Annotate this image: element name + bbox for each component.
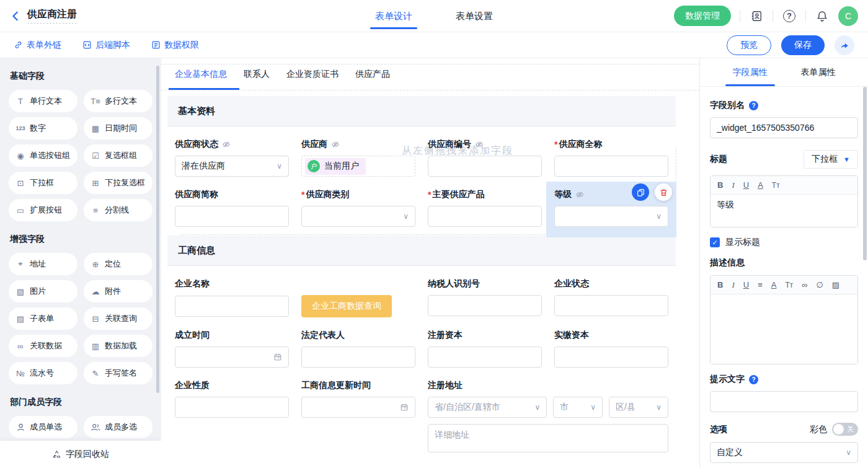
title-editor-content[interactable]: 等级	[711, 195, 857, 227]
date-input[interactable]	[308, 402, 400, 412]
field-item-divider[interactable]: ≡分割线	[84, 199, 153, 221]
field-item-linked-query[interactable]: ⊟关联查询	[84, 307, 153, 330]
text-input[interactable]	[308, 352, 409, 362]
field-input[interactable]	[175, 206, 289, 227]
toolbar-link-0[interactable]: 表单外链	[14, 40, 61, 51]
preview-button[interactable]: 预览	[727, 35, 771, 55]
font-size-icon[interactable]: Tт	[772, 182, 780, 189]
field-item-member-single[interactable]: 成员单选	[9, 416, 78, 438]
field-select[interactable]: 潜在供应商∨	[175, 156, 289, 177]
font-color-icon[interactable]: A	[758, 181, 763, 189]
text-input[interactable]	[435, 211, 535, 221]
save-button[interactable]: 保存	[781, 35, 825, 55]
field-item-image[interactable]: ▧图片	[9, 280, 78, 302]
field-input[interactable]	[554, 295, 668, 316]
insert-image-icon[interactable]: ▨	[832, 281, 839, 289]
underline-icon[interactable]: U	[743, 281, 749, 289]
field-item-radio-group[interactable]: ◉单选按钮组	[9, 144, 78, 167]
text-input[interactable]	[182, 211, 282, 221]
field-item-single-line-text[interactable]: T单行文本	[9, 90, 78, 112]
text-input[interactable]	[435, 161, 535, 171]
underline-icon[interactable]: U	[743, 181, 749, 189]
field-select[interactable]: ∨	[301, 206, 415, 227]
text-input[interactable]	[182, 301, 282, 311]
panel-tab-0[interactable]: 字段属性	[730, 58, 770, 86]
bold-icon[interactable]: B	[717, 181, 723, 189]
form-page-tab-3[interactable]: 供应产品	[355, 58, 390, 90]
data-manage-button[interactable]: 数据管理	[674, 6, 731, 26]
form-page-tab-2[interactable]: 企业资质证书	[286, 58, 339, 90]
hint-text-input[interactable]	[710, 391, 858, 412]
text-input[interactable]	[435, 301, 535, 311]
field-item-multi-line-text[interactable]: T≡多行文本	[84, 90, 153, 112]
field-date-input[interactable]	[175, 347, 289, 368]
field-input[interactable]	[554, 156, 668, 177]
address-select[interactable]: 市∨	[553, 397, 603, 418]
field-item-linked-data[interactable]: ∞关联数据	[9, 335, 78, 357]
panel-tab-1[interactable]: 表单属性	[799, 58, 838, 86]
color-toggle[interactable]: 关	[832, 423, 858, 436]
field-item-signature[interactable]: ✎手写签名	[84, 362, 153, 384]
field-input[interactable]	[428, 347, 542, 368]
field-input[interactable]	[301, 347, 415, 368]
text-input[interactable]	[435, 352, 535, 362]
remove-link-icon[interactable]: ∅	[817, 281, 823, 289]
sidebar-scrollbar-thumb[interactable]	[156, 66, 159, 393]
field-item-data-load[interactable]: ▥数据加载	[84, 335, 153, 357]
copy-field-button[interactable]	[632, 183, 649, 201]
text-input[interactable]	[561, 352, 662, 362]
text-input[interactable]	[561, 161, 662, 171]
field-item-serial-number[interactable]: №流水号	[9, 362, 78, 384]
text-input[interactable]	[561, 301, 662, 311]
header-tab-1[interactable]: 表单设置	[452, 0, 497, 32]
field-input[interactable]	[428, 295, 542, 316]
options-source-select[interactable]: 自定义 ∨	[710, 442, 858, 463]
toolbar-link-1[interactable]: 后端脚本	[82, 40, 130, 51]
field-item-number[interactable]: 123数字	[9, 117, 78, 139]
notification-bell-icon[interactable]	[815, 9, 830, 24]
field-input[interactable]	[428, 156, 542, 177]
address-select[interactable]: 区/县∨	[609, 397, 668, 418]
help-icon[interactable]: ?	[749, 101, 758, 110]
user-avatar[interactable]: C	[838, 6, 858, 26]
field-select[interactable]: ∨	[554, 206, 668, 227]
toolbar-link-2[interactable]: 数据权限	[151, 40, 199, 51]
back-button[interactable]	[10, 11, 21, 22]
panel-scrollbar-thumb[interactable]	[863, 87, 867, 260]
show-title-checkbox[interactable]: ✓	[710, 237, 720, 247]
field-item-member-multi[interactable]: 成员多选	[84, 416, 153, 438]
font-color-icon[interactable]: A	[771, 281, 777, 289]
field-item-subform[interactable]: ▤子表单	[9, 307, 78, 330]
form-page-tab-1[interactable]: 联系人	[244, 58, 270, 90]
field-recycle-bin[interactable]: 字段回收站	[0, 441, 161, 468]
field-item-extend-button[interactable]: ▭扩展按钮	[9, 199, 78, 221]
help-icon[interactable]: ?	[749, 375, 758, 384]
field-input[interactable]	[554, 347, 668, 368]
field-user-default[interactable]: 户当前用户	[301, 156, 415, 177]
description-editor-content[interactable]	[711, 294, 857, 364]
field-input[interactable]	[428, 206, 542, 227]
field-item-datetime[interactable]: ▦日期时间	[84, 117, 153, 139]
font-size-icon[interactable]: Tт	[785, 281, 793, 289]
field-input[interactable]	[175, 397, 289, 418]
date-input[interactable]	[182, 352, 273, 362]
field-alias-input[interactable]	[710, 117, 858, 138]
share-button[interactable]	[835, 35, 854, 55]
field-type-dropdown[interactable]: 下拉框 ▼	[804, 150, 858, 169]
text-input[interactable]	[182, 402, 282, 412]
align-icon[interactable]: ≡	[758, 281, 763, 289]
delete-field-button[interactable]	[655, 183, 672, 201]
field-date-input[interactable]	[301, 397, 415, 418]
field-item-address[interactable]: ⌖地址	[9, 253, 78, 275]
field-item-attachment[interactable]: ☁附件	[84, 280, 153, 302]
field-input[interactable]	[175, 296, 289, 317]
field-item-dropdown[interactable]: ⊡下拉框	[9, 172, 78, 194]
business-data-query-button[interactable]: 企业工商数据查询	[301, 295, 392, 317]
contacts-icon[interactable]	[749, 9, 764, 24]
address-select[interactable]: 省/自治区/直辖市∨	[428, 397, 547, 418]
italic-icon[interactable]: I	[732, 281, 734, 289]
insert-link-icon[interactable]: ∞	[802, 281, 807, 289]
help-icon[interactable]: ?	[782, 9, 797, 24]
italic-icon[interactable]: I	[732, 181, 734, 189]
field-item-multi-dropdown[interactable]: ⊞下拉复选框	[84, 172, 153, 194]
